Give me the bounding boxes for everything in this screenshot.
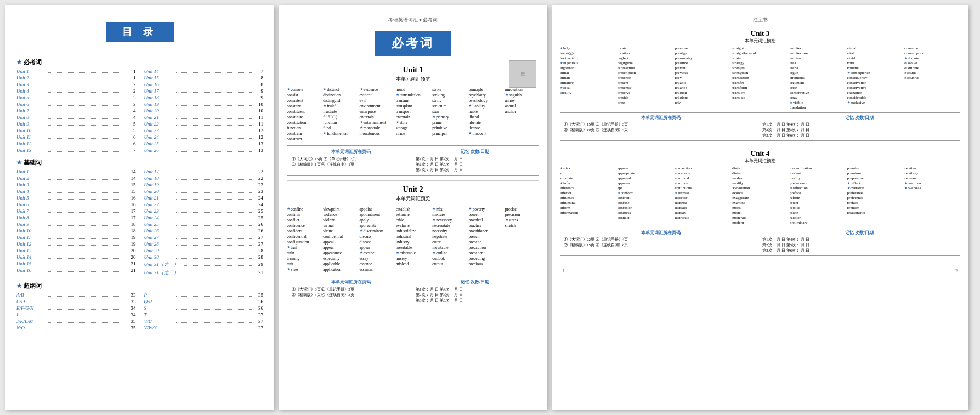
list-item: Unit 32 bbox=[16, 82, 136, 87]
page-toc: 目 录 必考词 Unit 11 Unit 21 Unit 32 Unit 42 … bbox=[5, 5, 274, 410]
unit3-subtitle: 本单元词汇预览 bbox=[560, 38, 960, 44]
vocab-word: rejoice bbox=[790, 206, 846, 210]
vocab-word: initiative bbox=[560, 81, 616, 85]
list-item: Unit 1521 bbox=[16, 261, 136, 266]
page-right: 红宝书 Unit 3 本单元词汇预览 holy homo(g)r horizon… bbox=[552, 5, 968, 410]
list-item: Unit 2412 bbox=[144, 134, 264, 140]
unit3-col6: visual vital vivid void volume consequen… bbox=[847, 46, 903, 110]
vocab-word: liable bbox=[468, 109, 502, 114]
list-item: Unit 1621 bbox=[16, 268, 136, 273]
unit4-ref1: ①《大词汇》22页 ②《单记手册》4页 bbox=[564, 237, 758, 242]
unit3-title: Unit 3 bbox=[560, 29, 960, 38]
vocab-word: present bbox=[618, 81, 673, 85]
vocab-word: arise bbox=[790, 86, 846, 90]
unit2-subtitle: 本单元词汇预览 bbox=[287, 195, 539, 202]
unit4-row3: 第3次： 月 日 第6次： 月 日 bbox=[762, 248, 956, 253]
vocab-word: consume bbox=[904, 46, 960, 50]
unit4-info-box: 本单元词汇所在页码 ①《大词汇》22页 ②《单记手册》4页 ②《精编版》15页 … bbox=[560, 228, 960, 256]
vocab-word: violence bbox=[323, 212, 357, 217]
vocab-word: distribute bbox=[904, 66, 960, 70]
vocab-word: strategy bbox=[732, 61, 788, 65]
vocab-word: monotonous bbox=[360, 131, 394, 136]
list-item: Unit 2211 bbox=[144, 121, 264, 127]
vocab-word: premise bbox=[847, 166, 903, 170]
vocab-word: annoy bbox=[505, 98, 539, 103]
vocab-word: precede bbox=[468, 240, 502, 245]
vocab-word: conform bbox=[618, 191, 673, 195]
vocab-word: modern bbox=[732, 220, 788, 225]
list-item: V/W/Y37 bbox=[144, 325, 264, 331]
vocab-word: stir bbox=[560, 171, 616, 175]
unit4-header: Unit 4 本单元词汇预览 bbox=[560, 149, 960, 164]
unit3-row3: 第3次： 月 日 第6次： 月 日 bbox=[762, 133, 956, 138]
vocab-word: confidence bbox=[287, 223, 321, 228]
vocab-word: reliable bbox=[675, 81, 730, 85]
vocab-word: appreciate bbox=[360, 223, 394, 228]
unit2-memory-row2: 第2次： 月 日 第5次： 月 日 bbox=[416, 292, 534, 298]
list-item: J/K/L/M35 bbox=[16, 319, 136, 324]
vocab-word: stress bbox=[505, 218, 539, 223]
list-item: Unit 1018 bbox=[16, 228, 136, 234]
toc-jc-title: 基础词 bbox=[16, 158, 263, 167]
vocab-word: distinction bbox=[323, 93, 357, 98]
vocab-word: model bbox=[732, 211, 788, 215]
list-item: Unit 2111 bbox=[144, 115, 264, 120]
vocab-word: inferior bbox=[560, 191, 616, 195]
unit3-col7: consume consumption dispute dissolve dis… bbox=[904, 46, 960, 110]
vocab-word: enterprise bbox=[360, 109, 394, 114]
vocab-word: modest bbox=[732, 176, 788, 180]
vocab-word: presume bbox=[675, 61, 730, 65]
vocab-word: power bbox=[468, 212, 502, 217]
main-title-wrapper: 必考词 bbox=[287, 31, 539, 61]
vocab-word: anchor bbox=[505, 109, 539, 114]
vocab-word: moderate bbox=[732, 215, 788, 220]
vocab-word: prestige bbox=[675, 51, 730, 55]
vocab-word: relationship bbox=[847, 211, 903, 215]
unit4-memory-info: 记忆 次数/日期 第1次： 月 日 第4次： 月 日 第2次： 月 日 第5次：… bbox=[762, 230, 956, 253]
unit4-row2: 第2次： 月 日 第5次： 月 日 bbox=[762, 242, 956, 248]
toc-cg-col2: P35 Q/R36 S36 T37 V/U37 V/W/Y37 bbox=[144, 292, 264, 332]
toc-bkc-columns: Unit 11 Unit 21 Unit 32 Unit 42 Unit 53 … bbox=[16, 69, 263, 154]
unit4-col1: stick stir stipulate infer inference inf… bbox=[560, 166, 616, 225]
list-item: Unit 179 bbox=[144, 88, 264, 94]
unit2-col3: appoint appointment apply appreciate dis… bbox=[360, 207, 394, 272]
vocab-word: prescribe bbox=[618, 66, 673, 70]
vocab-word: negotiate bbox=[432, 234, 466, 239]
toc-bkc-title: 必考词 bbox=[16, 58, 263, 66]
list-item: A/B33 bbox=[16, 292, 136, 298]
vocab-word: misery bbox=[396, 256, 430, 261]
toc-title: 目 录 bbox=[106, 22, 174, 42]
vocab-word: discuss bbox=[360, 234, 394, 239]
vocab-word: approach bbox=[618, 166, 673, 170]
vocab-word: religious bbox=[675, 95, 730, 100]
vocab-word: apt bbox=[618, 186, 673, 190]
vocab-word: principle bbox=[468, 87, 502, 92]
vocab-word: transmit bbox=[396, 98, 430, 103]
vocab-word: straight bbox=[732, 46, 788, 50]
list-item: Unit 918 bbox=[16, 221, 136, 227]
unit2-page-title: 本单元词汇所在页码 bbox=[292, 279, 410, 285]
vocab-word: essence bbox=[360, 261, 394, 266]
vocab-word: escape bbox=[360, 251, 394, 255]
list-item: Unit 516 bbox=[16, 195, 136, 201]
vocab-word: fundamental bbox=[323, 131, 357, 136]
vocab-word: preface bbox=[790, 191, 846, 195]
vocab-word: transport bbox=[396, 109, 430, 114]
vocab-word: innovation bbox=[505, 87, 539, 92]
unit1-col5: strike striking string structure stun pr… bbox=[432, 87, 466, 142]
vocab-word: fund bbox=[323, 126, 357, 130]
unit2-col6: poverty power practical practice practit… bbox=[468, 207, 502, 272]
list-item: Unit 2224 bbox=[144, 202, 264, 207]
vocab-word: trail bbox=[287, 245, 321, 250]
vocab-word: exclude bbox=[904, 71, 960, 75]
vocab-word: displace bbox=[675, 206, 730, 210]
vocab-word: relativity bbox=[904, 171, 960, 175]
vocab-word: rely bbox=[675, 100, 730, 105]
vocab-word: visible bbox=[790, 100, 846, 105]
vocab-word: confuse bbox=[618, 201, 673, 205]
vocab-word: construct bbox=[287, 137, 321, 141]
vocab-word: transaction bbox=[732, 76, 788, 80]
list-item: S36 bbox=[144, 305, 264, 311]
vocab-word: neglect bbox=[618, 56, 673, 60]
vocab-word: miserable bbox=[396, 251, 430, 255]
